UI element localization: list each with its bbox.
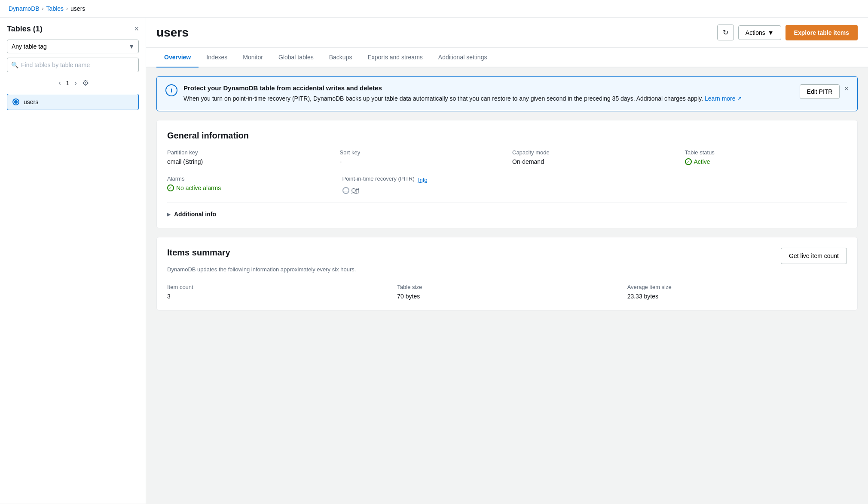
alarms-field: Alarms ✓ No active alarms bbox=[167, 175, 332, 194]
no-alarm-icon: ✓ bbox=[167, 184, 174, 191]
pitr-label: Point-in-time recovery (PITR) bbox=[342, 175, 415, 182]
breadcrumb-tables[interactable]: Tables bbox=[46, 5, 64, 12]
status-active-icon: ✓ bbox=[685, 158, 692, 165]
off-icon: — bbox=[342, 187, 349, 194]
capacity-mode-label: Capacity mode bbox=[512, 149, 675, 156]
items-summary-subtitle: DynamoDB updates the following informati… bbox=[167, 266, 356, 273]
actions-button[interactable]: Actions ▼ bbox=[738, 25, 781, 40]
learn-more-link[interactable]: Learn more ↗ bbox=[705, 95, 742, 102]
partition-key-label: Partition key bbox=[167, 149, 330, 156]
sort-key-value: - bbox=[340, 158, 502, 165]
sidebar: Tables (1) × Any table tag ▼ 🔍 ‹ 1 › ⚙ u… bbox=[0, 18, 146, 504]
info-icon: i bbox=[165, 84, 177, 96]
item-count-value: 3 bbox=[167, 293, 387, 300]
summary-grid: Item count 3 Table size 70 bytes Average… bbox=[167, 284, 847, 300]
partition-key-value: email (String) bbox=[167, 158, 330, 165]
divider bbox=[167, 203, 847, 203]
items-summary-header-row: Items summary DynamoDB updates the follo… bbox=[167, 248, 847, 281]
table-status-label: Table status bbox=[685, 149, 847, 156]
sidebar-close-button[interactable]: × bbox=[134, 25, 139, 34]
alert-actions: Edit PITR × bbox=[800, 84, 849, 99]
tab-overview[interactable]: Overview bbox=[156, 48, 199, 68]
tab-indexes[interactable]: Indexes bbox=[199, 48, 235, 68]
tag-select-wrapper: Any table tag ▼ bbox=[7, 40, 139, 53]
alert-body: When you turn on point-in-time recovery … bbox=[183, 94, 794, 103]
main-content: users ↻ Actions ▼ Explore table items Ov… bbox=[146, 18, 868, 504]
table-size-field: Table size 70 bytes bbox=[397, 284, 617, 300]
additional-info-toggle[interactable]: ▶ Additional info bbox=[167, 211, 847, 218]
table-size-value: 70 bytes bbox=[397, 293, 617, 300]
main-header: users ↻ Actions ▼ Explore table items bbox=[146, 18, 868, 48]
tag-select[interactable]: Any table tag bbox=[7, 40, 139, 53]
explore-table-items-button[interactable]: Explore table items bbox=[785, 25, 858, 40]
page-number: 1 bbox=[66, 80, 70, 86]
header-actions: ↻ Actions ▼ Explore table items bbox=[717, 25, 858, 40]
chevron-down-icon: ▼ bbox=[768, 29, 774, 36]
alert-close-button[interactable]: × bbox=[844, 84, 849, 93]
item-count-field: Item count 3 bbox=[167, 284, 387, 300]
items-summary-title: Items summary bbox=[167, 248, 356, 258]
radio-dot-inner bbox=[14, 100, 18, 104]
tabs-bar: Overview Indexes Monitor Global tables B… bbox=[146, 48, 868, 68]
sort-key-label: Sort key bbox=[340, 149, 502, 156]
next-page-button[interactable]: › bbox=[73, 77, 78, 89]
sidebar-header: Tables (1) × bbox=[7, 25, 139, 34]
items-summary-title-block: Items summary DynamoDB updates the follo… bbox=[167, 248, 356, 281]
tab-backups[interactable]: Backups bbox=[321, 48, 360, 68]
breadcrumb-current: users bbox=[70, 5, 85, 12]
general-info-title: General information bbox=[167, 131, 847, 141]
alert-content: Protect your DynamoDB table from acciden… bbox=[183, 84, 794, 103]
pagination-row: ‹ 1 › ⚙ bbox=[7, 77, 139, 89]
search-icon: 🔍 bbox=[11, 61, 18, 68]
alarms-label: Alarms bbox=[167, 175, 332, 182]
table-item-label: users bbox=[24, 98, 38, 105]
capacity-mode-value: On-demand bbox=[512, 158, 675, 165]
table-status-field: Table status ✓ Active bbox=[685, 149, 847, 165]
page-title: users bbox=[156, 26, 189, 40]
search-wrapper: 🔍 bbox=[7, 58, 139, 72]
general-info-grid: Partition key email (String) Sort key - … bbox=[167, 149, 847, 165]
avg-item-size-value: 23.33 bytes bbox=[627, 293, 847, 300]
partition-key-field: Partition key email (String) bbox=[167, 149, 330, 165]
breadcrumb-dynamodb[interactable]: DynamoDB bbox=[9, 5, 40, 12]
actions-label: Actions bbox=[746, 29, 765, 36]
sort-key-field: Sort key - bbox=[340, 149, 502, 165]
breadcrumb-sep-2: › bbox=[66, 6, 68, 12]
tab-global-tables[interactable]: Global tables bbox=[271, 48, 321, 68]
get-live-item-count-button[interactable]: Get live item count bbox=[781, 248, 847, 264]
table-list-item[interactable]: users bbox=[7, 94, 139, 110]
pitr-info-badge[interactable]: Info bbox=[418, 177, 428, 183]
table-status-value: ✓ Active bbox=[685, 158, 847, 165]
radio-dot bbox=[12, 98, 19, 105]
general-info-card: General information Partition key email … bbox=[156, 120, 858, 228]
additional-info-label: Additional info bbox=[174, 211, 216, 218]
tab-exports-streams[interactable]: Exports and streams bbox=[360, 48, 430, 68]
items-summary-card: Items summary DynamoDB updates the follo… bbox=[156, 237, 858, 310]
search-input[interactable] bbox=[7, 58, 139, 72]
alarms-grid: Alarms ✓ No active alarms Point-in-time … bbox=[167, 175, 847, 194]
pitr-alert-banner: i Protect your DynamoDB table from accid… bbox=[156, 76, 858, 111]
table-size-label: Table size bbox=[397, 284, 617, 290]
pitr-label-row: Point-in-time recovery (PITR) Info bbox=[342, 175, 507, 184]
alarms-value: ✓ No active alarms bbox=[167, 184, 332, 191]
breadcrumb-sep-1: › bbox=[42, 6, 44, 12]
edit-pitr-button[interactable]: Edit PITR bbox=[800, 84, 840, 99]
tab-additional-settings[interactable]: Additional settings bbox=[431, 48, 495, 68]
avg-item-size-field: Average item size 23.33 bytes bbox=[627, 284, 847, 300]
capacity-mode-field: Capacity mode On-demand bbox=[512, 149, 675, 165]
item-count-label: Item count bbox=[167, 284, 387, 290]
content-area: i Protect your DynamoDB table from accid… bbox=[146, 68, 868, 328]
breadcrumb: DynamoDB › Tables › users bbox=[0, 0, 868, 18]
settings-button[interactable]: ⚙ bbox=[82, 78, 89, 88]
pitr-field: Point-in-time recovery (PITR) Info — Off bbox=[342, 175, 507, 194]
triangle-icon: ▶ bbox=[167, 212, 171, 217]
prev-page-button[interactable]: ‹ bbox=[57, 77, 62, 89]
avg-item-size-label: Average item size bbox=[627, 284, 847, 290]
pitr-value: — Off bbox=[342, 187, 507, 194]
alert-title: Protect your DynamoDB table from acciden… bbox=[183, 84, 794, 92]
tab-monitor[interactable]: Monitor bbox=[235, 48, 271, 68]
sidebar-title: Tables (1) bbox=[7, 25, 43, 34]
refresh-button[interactable]: ↻ bbox=[717, 25, 734, 40]
